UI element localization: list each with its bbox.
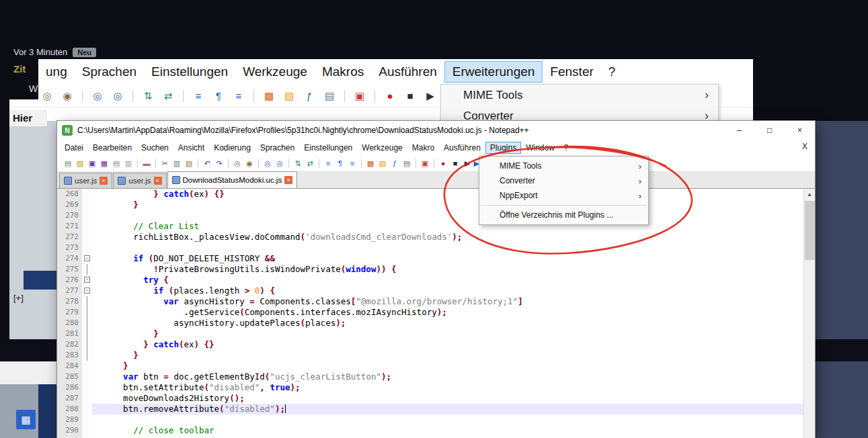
- zoom-out-icon[interactable]: ◎: [274, 159, 285, 169]
- menu-item-suchen[interactable]: Suchen: [136, 142, 173, 154]
- plugins-menu-item-öffne-verzeichnis-mit-plugins[interactable]: Öffne Verzeichnis mit Plugins ...: [479, 208, 648, 222]
- tab-user-js-1[interactable]: user.js×: [113, 173, 166, 188]
- find-icon[interactable]: ◎: [232, 159, 243, 169]
- sync-vertical-icon[interactable]: ⇅: [140, 88, 156, 104]
- document-switcher-icon[interactable]: ▤: [321, 88, 338, 104]
- tab-downloadstatusmodoki-uc-js-2[interactable]: DownloadStatusModoki.uc.js×: [167, 171, 298, 188]
- menu-item-plugins[interactable]: Plugins: [485, 142, 521, 154]
- code-pane[interactable]: } catch(ex) {} } // Clear List richListB…: [92, 189, 803, 438]
- copy-icon[interactable]: ▥: [171, 159, 182, 169]
- word-wrap-icon[interactable]: ≡: [323, 159, 333, 169]
- paste-icon[interactable]: ▧: [184, 159, 194, 169]
- macro-stop-icon[interactable]: ■: [450, 159, 461, 169]
- bg-menu-item-fenster[interactable]: Fenster: [543, 62, 600, 82]
- new-file-icon[interactable]: ▤: [63, 159, 73, 169]
- grid-app-icon[interactable]: ▦: [16, 410, 36, 429]
- menu-item-ansicht[interactable]: Ansicht: [173, 142, 209, 154]
- bg-menu-item-werkzeuge[interactable]: Werkzeuge: [235, 62, 315, 82]
- bg-menu-item-sprachen[interactable]: Sprachen: [75, 62, 144, 82]
- monitoring-icon[interactable]: ▣: [420, 159, 430, 169]
- fold-collapse-icon[interactable]: -: [84, 277, 90, 283]
- zoom-out-icon[interactable]: ◎: [110, 88, 126, 104]
- save-all-icon[interactable]: ▦: [99, 159, 110, 169]
- titlebar[interactable]: N C:\Users\Martin\AppData\Roaming\Mozill…: [57, 121, 815, 140]
- replace-icon[interactable]: ◉: [59, 88, 75, 104]
- bg-menu-item-?[interactable]: ?: [601, 62, 623, 82]
- cut-icon[interactable]: ✂: [159, 159, 170, 169]
- user-language-icon[interactable]: ▩: [365, 159, 376, 169]
- monitoring-icon[interactable]: ▣: [352, 88, 368, 104]
- code-line: }: [92, 328, 803, 339]
- menu-item-sprachen[interactable]: Sprachen: [255, 142, 299, 154]
- replace-icon[interactable]: ◉: [244, 159, 255, 169]
- line-number: 275: [57, 264, 79, 275]
- tab-user-js-0[interactable]: user.js×: [59, 173, 112, 188]
- redo-icon[interactable]: ↷: [214, 159, 225, 169]
- macro-play-icon[interactable]: ▶: [462, 159, 473, 169]
- macro-record-icon[interactable]: ●: [382, 88, 398, 104]
- bg-menu-item-ung[interactable]: ung: [38, 62, 75, 82]
- open-folder-icon[interactable]: ▨: [75, 159, 85, 169]
- menu-item-ausführen[interactable]: Ausführen: [439, 142, 485, 154]
- menu-item-einstellungen[interactable]: Einstellungen: [299, 142, 357, 154]
- print-icon[interactable]: ▬: [141, 159, 152, 169]
- show-all-characters-icon[interactable]: ¶: [335, 159, 346, 169]
- bg-menu-item-einstellungen[interactable]: Einstellungen: [144, 62, 235, 82]
- tab-close-icon[interactable]: ×: [100, 177, 108, 185]
- user-language-icon[interactable]: ▩: [261, 88, 277, 104]
- bg-menu-item-ausführen[interactable]: Ausführen: [371, 62, 444, 82]
- plugins-menu-item-converter[interactable]: Converter›: [479, 173, 648, 188]
- zoom-in-icon[interactable]: ◎: [89, 88, 106, 104]
- zoom-in-icon[interactable]: ◎: [262, 159, 273, 169]
- menu-item-kodierung[interactable]: Kodierung: [209, 142, 255, 154]
- find-icon[interactable]: ◎: [39, 88, 55, 104]
- minimize-button[interactable]: –: [724, 121, 754, 140]
- menubar-close-x[interactable]: X: [802, 142, 815, 151]
- close-document-icon[interactable]: ▤: [111, 159, 122, 169]
- plugins-menu-item-nppexport[interactable]: NppExport›: [479, 188, 648, 203]
- line-number: 280: [57, 318, 79, 328]
- close-button[interactable]: ×: [785, 121, 815, 140]
- scrollbar-up-icon[interactable]: ▲: [804, 189, 815, 200]
- scrollbar-thumb[interactable]: [805, 201, 815, 260]
- document-map-icon[interactable]: ▧: [281, 88, 297, 104]
- menu-item-werkzeuge[interactable]: Werkzeuge: [357, 142, 407, 154]
- function-list-icon[interactable]: ƒ: [389, 159, 400, 169]
- bg-menu-item-makros[interactable]: Makros: [315, 62, 371, 82]
- fold-collapse-icon[interactable]: -: [84, 255, 90, 261]
- line-number: 285: [57, 371, 79, 382]
- macro-record-icon[interactable]: ●: [438, 159, 448, 169]
- document-switcher-icon[interactable]: ▤: [401, 159, 412, 169]
- menu-item-?[interactable]: ?: [559, 142, 574, 154]
- bg-menu-item-erweiterungen[interactable]: Erweiterungen: [444, 61, 543, 83]
- sync-horizontal-icon[interactable]: ⇄: [305, 159, 315, 169]
- menu-item-window[interactable]: Window: [521, 142, 559, 154]
- menu-item-makro[interactable]: Makro: [407, 142, 439, 154]
- indent-guide-icon[interactable]: ≡: [347, 159, 358, 169]
- menu-item-bearbeiten[interactable]: Bearbeiten: [88, 142, 136, 154]
- undo-icon[interactable]: ↶: [202, 159, 212, 169]
- save-icon[interactable]: ▣: [87, 159, 97, 169]
- document-map-icon[interactable]: ▧: [377, 159, 388, 169]
- indent-guide-icon[interactable]: ≡: [231, 88, 247, 104]
- menu-item-datei[interactable]: Datei: [60, 142, 88, 154]
- word-wrap-icon[interactable]: ≡: [190, 88, 206, 104]
- tab-label: user.js: [75, 177, 97, 185]
- vertical-scrollbar[interactable]: ▲: [803, 189, 815, 438]
- close-all-documents-icon[interactable]: ▥: [123, 159, 134, 169]
- macro-stop-icon[interactable]: ■: [402, 88, 418, 104]
- tab-close-icon[interactable]: ×: [154, 177, 162, 185]
- fold-collapse-icon[interactable]: -: [84, 288, 90, 294]
- tab-close-icon[interactable]: ×: [284, 176, 292, 184]
- maximize-button[interactable]: □: [754, 121, 785, 140]
- plugins-menu-item-mime-tools[interactable]: MIME Tools›: [479, 159, 648, 173]
- function-list-icon[interactable]: ƒ: [301, 88, 317, 104]
- macro-play-icon[interactable]: ▶: [422, 88, 438, 104]
- bg-submenu-item-mime-tools[interactable]: MIME Tools›: [441, 85, 718, 105]
- sync-horizontal-icon[interactable]: ⇄: [160, 88, 176, 104]
- code-line: }: [92, 200, 803, 210]
- menu-item-label: Converter: [500, 176, 535, 185]
- sync-vertical-icon[interactable]: ⇅: [292, 159, 303, 169]
- show-all-characters-icon[interactable]: ¶: [210, 88, 227, 104]
- editor-area[interactable]: 2682692702712722732742752762772782792802…: [57, 189, 803, 438]
